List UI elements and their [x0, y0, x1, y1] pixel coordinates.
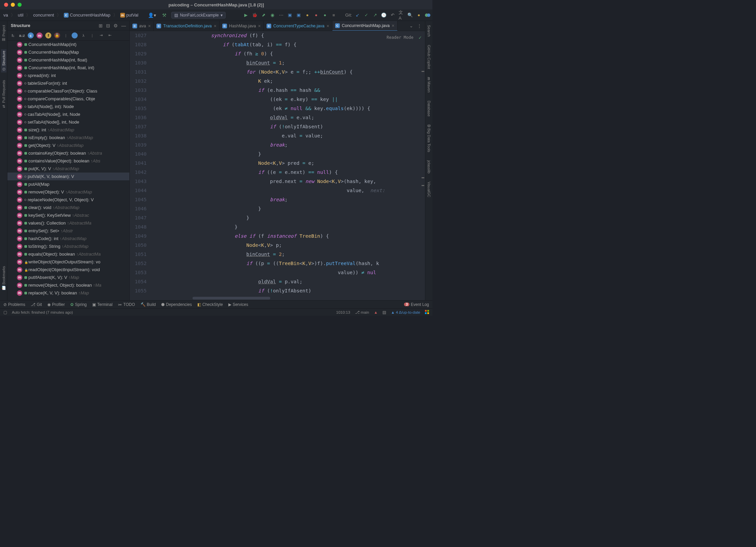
structure-item[interactable]: mtableSizeFor(int): int	[7, 79, 129, 87]
git-sync-status[interactable]: ▲ 4 Δ/up-to-date	[391, 310, 420, 314]
action-icon[interactable]: ▣	[287, 12, 293, 18]
filter-class-icon[interactable]: c	[28, 32, 34, 38]
structure-item[interactable]: m🔒readObject(ObjectInputStream): void	[7, 266, 129, 274]
tool-tab-bigdata[interactable]: D Big Data Tools	[426, 123, 432, 154]
structure-item[interactable]: mclear(): void ↑AbstractMap	[7, 204, 129, 211]
search-icon[interactable]: 🔍	[407, 12, 413, 18]
tool-problems[interactable]: ⊘ Problems	[3, 302, 25, 307]
tool-profiler[interactable]: ◉ Profiler	[47, 302, 65, 307]
git-commit-icon[interactable]: ✓	[363, 12, 369, 18]
window-maximize-icon[interactable]	[18, 3, 22, 7]
structure-item[interactable]: mtabAt(Node[], int): Node	[7, 103, 129, 110]
code-editor[interactable]: Reader Mode ✓ 10271028102910301031103210…	[130, 31, 425, 300]
structure-item[interactable]: mcasTabAt(Node[], int, Node	[7, 110, 129, 118]
structure-item[interactable]: mequals(Object): boolean ↑AbstractMa	[7, 250, 129, 258]
tool-tab-project[interactable]: ▤ Project	[1, 24, 6, 43]
structure-item[interactable]: mvalues(): Collection ↑AbstractMa	[7, 219, 129, 227]
code-content[interactable]: synchronized (f) { if (tabAt(tab, i) == …	[152, 31, 425, 300]
structure-item[interactable]: mConcurrentHashMap(Map	[7, 48, 129, 56]
tool-services[interactable]: ▶ Services	[228, 302, 248, 307]
breadcrumb-item[interactable]: concurrent	[32, 12, 55, 18]
tool-tab-pull-requests[interactable]: ⇅ Pull Requests	[1, 79, 6, 110]
tool-tab-search[interactable]: Search	[426, 24, 432, 38]
structure-item[interactable]: mremove(Object, Object): boolean ↑Ma	[7, 281, 129, 289]
tool-tab-structure[interactable]: ⦾ Structure	[1, 49, 6, 73]
action-icon[interactable]: ●	[313, 12, 319, 18]
editor-tab[interactable]: CConcurrentHashMap.java×	[332, 21, 398, 31]
breadcrumb-item[interactable]: CConcurrentHashMap	[62, 12, 112, 18]
analysis-ok-icon[interactable]: ✓	[419, 33, 422, 42]
close-tab-icon[interactable]: ×	[148, 23, 151, 29]
structure-item[interactable]: mputAll(Map	[7, 180, 129, 188]
structure-item[interactable]: msetTabAt(Node[], int, Node	[7, 118, 129, 126]
hammer-icon[interactable]: ⚒	[162, 12, 167, 18]
close-tab-icon[interactable]: ×	[392, 23, 394, 28]
structure-item[interactable]: mcontainsValue(Object): boolean ↑Abs	[7, 157, 129, 165]
structure-item[interactable]: mtoString(): String ↑AbstractMap	[7, 242, 129, 250]
structure-item[interactable]: mget(Object): V ↑AbstractMap	[7, 141, 129, 149]
user-icon[interactable]: 👤▾	[148, 12, 156, 18]
lambda-icon[interactable]: λ	[80, 32, 86, 38]
close-tab-icon[interactable]: ×	[214, 23, 217, 29]
structure-item[interactable]: mkeySet(): KeySetView ↑Abstrac	[7, 211, 129, 219]
run-button[interactable]: ▶	[243, 12, 249, 18]
breadcrumb-item[interactable]: mputVal	[119, 12, 140, 18]
tool-tab-jclasslib[interactable]: jclasslib	[426, 159, 432, 175]
status-indicator-icon[interactable]: ▲	[374, 310, 378, 314]
structure-item[interactable]: mentrySet(): Set> ↑Abstr	[7, 227, 129, 235]
structure-item[interactable]: mConcurrentHashMap(int, float, int)	[7, 64, 129, 72]
structure-item[interactable]: m🔒writeObject(ObjectOutputStream): vo	[7, 258, 129, 266]
breadcrumb-item[interactable]: util	[17, 12, 25, 18]
tool-tab-visualgc[interactable]: VisualGC	[426, 180, 432, 199]
close-tab-icon[interactable]: ×	[326, 23, 329, 29]
horizontal-scrollbar[interactable]	[152, 297, 418, 300]
structure-item[interactable]: mcontainsKey(Object): boolean ↑Abstra	[7, 149, 129, 157]
debug-button[interactable]: 🐞	[252, 12, 257, 18]
ms-icon[interactable]	[425, 310, 429, 315]
stop-button[interactable]: ■	[331, 12, 336, 18]
git-history-icon[interactable]: 🕓	[381, 12, 386, 18]
structure-item[interactable]: mcomparableClassFor(Object): Class	[7, 87, 129, 95]
run-config-select[interactable]: ▤ NonFairLockExample ▾	[171, 12, 226, 19]
collapse-icon[interactable]: ⊟	[106, 23, 110, 28]
close-tab-icon[interactable]: ×	[258, 23, 261, 29]
action-icon[interactable]: ●	[305, 12, 310, 18]
editor-tab[interactable]: CConcurrentTypeCache.java×	[264, 21, 332, 31]
editor-tab[interactable]: Cava×	[130, 21, 154, 31]
action-icon[interactable]: ●	[322, 12, 328, 18]
structure-item[interactable]: mspread(int): int	[7, 72, 129, 79]
git-push-icon[interactable]: ↗	[372, 12, 378, 18]
editor-tab[interactable]: CHashMap.java×	[220, 21, 264, 31]
tool-dependencies[interactable]: ⬢ Dependencies	[161, 302, 192, 307]
error-stripe[interactable]	[421, 31, 425, 297]
structure-item[interactable]: mreplace(K, V, V): boolean ↑Map	[7, 289, 129, 297]
more-icon[interactable]: ⋮	[417, 23, 422, 28]
breadcrumb-item[interactable]: va	[2, 12, 9, 18]
structure-item[interactable]: mConcurrentHashMap(int)	[7, 41, 129, 48]
tool-git[interactable]: ⎇ Git	[31, 302, 42, 307]
tool-tab-maven[interactable]: m Maven	[426, 76, 432, 94]
structure-item[interactable]: misEmpty(): boolean ↑AbstractMap	[7, 134, 129, 141]
translate-icon[interactable]: 文A	[399, 12, 404, 18]
window-minimize-icon[interactable]	[11, 3, 15, 7]
structure-item[interactable]: mhashCode(): int ↑AbstractMap	[7, 235, 129, 242]
gear-icon[interactable]: ⚙	[114, 23, 118, 28]
filter-icon[interactable]	[72, 32, 78, 38]
sort-icon[interactable]: I↓	[10, 32, 16, 38]
structure-item[interactable]: mputIfAbsent(K, V): V ↑Map	[7, 274, 129, 281]
reader-mode-label[interactable]: Reader Mode	[387, 33, 413, 42]
filter-field-icon[interactable]: f	[45, 32, 51, 38]
editor-tab[interactable]: CTransactionDefinition.java×	[154, 21, 220, 31]
tool-tab-copilot[interactable]: GitHub Copilot	[426, 44, 432, 71]
tool-todo[interactable]: ≔ TODO	[118, 302, 135, 307]
tool-checkstyle[interactable]: ◧ CheckStyle	[197, 302, 223, 307]
structure-item[interactable]: mConcurrentHashMap(int, float)	[7, 56, 129, 64]
filter-lock-icon[interactable]: 🔒	[54, 32, 60, 38]
code-with-me-icon[interactable]	[425, 12, 430, 18]
toolbar-icon[interactable]: ⇥	[98, 32, 104, 38]
chevron-down-icon[interactable]: ⌄	[409, 23, 413, 28]
structure-item[interactable]: mremove(Object): V ↑AbstractMap	[7, 188, 129, 196]
action-icon[interactable]: ▣	[296, 12, 301, 18]
git-update-icon[interactable]: ↙	[355, 12, 360, 18]
tool-build[interactable]: 🔨 Build	[141, 302, 156, 307]
